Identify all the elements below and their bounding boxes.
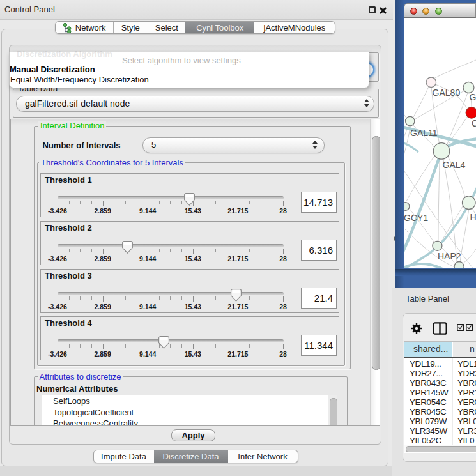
svg-text:GA: GA: [470, 92, 476, 102]
svg-text:GAL4: GAL4: [443, 160, 466, 170]
svg-text:GAL11: GAL11: [410, 128, 438, 138]
svg-text:GCY1: GCY1: [404, 213, 428, 223]
svg-text:C: C: [472, 118, 476, 128]
svg-text:HAP2: HAP2: [438, 251, 461, 261]
svg-text:H: H: [470, 212, 476, 222]
svg-text:GAL80: GAL80: [433, 88, 461, 98]
